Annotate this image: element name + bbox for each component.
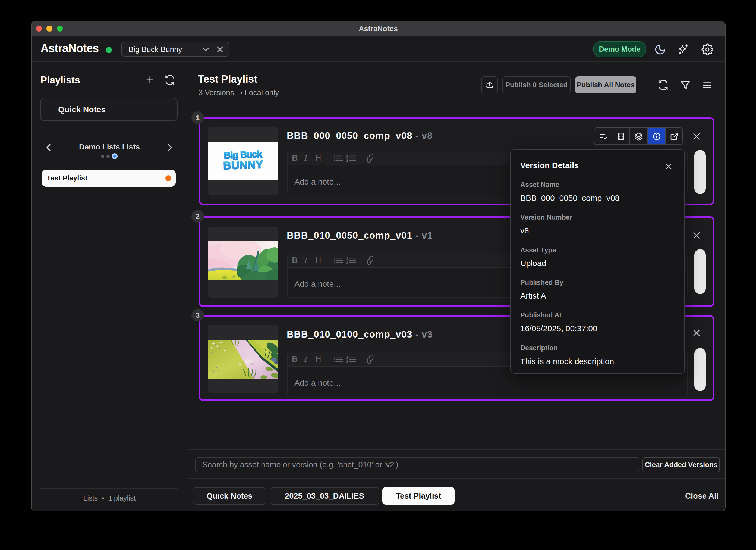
svg-text:I: I bbox=[304, 255, 308, 264]
svg-text:2: 2 bbox=[346, 360, 348, 364]
svg-text:2: 2 bbox=[346, 158, 348, 162]
svg-text:1: 1 bbox=[346, 256, 348, 260]
svg-text:1: 1 bbox=[346, 356, 348, 360]
svg-text:2: 2 bbox=[346, 260, 348, 265]
svg-text:B: B bbox=[292, 255, 298, 264]
svg-text:1: 1 bbox=[346, 154, 348, 158]
svg-text:I: I bbox=[304, 153, 308, 162]
svg-text:H: H bbox=[315, 354, 321, 363]
svg-text:H: H bbox=[315, 255, 321, 264]
svg-text:H: H bbox=[315, 153, 321, 162]
svg-text:B: B bbox=[292, 153, 298, 162]
svg-text:B: B bbox=[292, 354, 298, 363]
svg-text:BUNNY: BUNNY bbox=[223, 158, 263, 171]
svg-text:I: I bbox=[304, 354, 308, 363]
